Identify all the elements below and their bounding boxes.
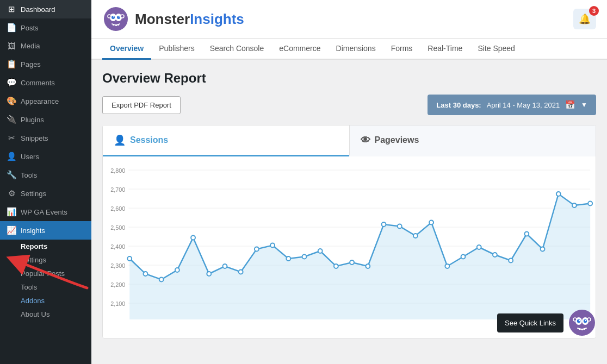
svg-point-56 [572,203,577,208]
sidebar-sub-addons[interactable]: Addons [0,294,91,307]
logo-insights-part: Insights [190,11,244,27]
svg-point-40 [318,249,323,253]
svg-point-54 [541,247,545,252]
svg-point-68 [573,318,577,321]
tab-overview[interactable]: Overview [102,39,151,60]
date-range-button[interactable]: Last 30 days: April 14 - May 13, 2021 📅 … [428,95,596,115]
sidebar-item-snippets[interactable]: ✂ Snippets [0,129,91,147]
svg-text:2,800: 2,800 [110,167,125,174]
svg-rect-7 [113,24,114,26]
svg-point-64 [585,320,586,321]
sidebar-item-dashboard[interactable]: ⊞ Dashboard [0,0,91,18]
posts-icon: 📄 [7,23,16,33]
sidebar-item-settings[interactable]: ⚙ Settings [0,184,91,203]
logo-area: MonsterInsights [102,5,244,33]
svg-point-51 [493,253,497,257]
content-area: Overview Report Export PDF Report Last 3… [91,60,607,349]
chevron-down-icon: ▼ [581,101,587,109]
svg-point-32 [191,236,195,240]
calendar-icon: 📅 [565,100,575,110]
svg-point-50 [477,245,481,249]
tab-dimensions[interactable]: Dimensions [329,39,383,60]
svg-point-61 [577,319,580,323]
svg-point-6 [119,16,120,17]
bell-icon: 🔔 [579,14,591,24]
sidebar-item-comments[interactable]: 💬 Comments [0,73,91,92]
sidebar-sub-reports[interactable]: Reports [0,240,91,253]
sessions-icon: 👤 [114,134,126,146]
export-pdf-button[interactable]: Export PDF Report [102,96,181,114]
svg-point-31 [175,268,179,272]
chart-tabs: 👤 Sessions 👁 Pageviews [103,125,596,156]
chart-container: 👤 Sessions 👁 Pageviews 2,800 2,700 2,600… [102,125,596,338]
svg-point-62 [584,319,587,323]
sidebar-item-posts[interactable]: 📄 Posts [0,18,91,37]
svg-point-46 [413,234,418,238]
svg-point-42 [350,260,354,265]
svg-point-4 [117,16,120,19]
logo-monster-part: Monster [135,11,190,27]
tab-forms[interactable]: Forms [383,39,420,60]
svg-rect-9 [117,24,119,26]
sidebar-sub-settings[interactable]: Settings [0,253,91,267]
sidebar-sub-tools[interactable]: Tools [0,280,91,294]
svg-point-58 [569,310,595,336]
svg-point-43 [366,264,370,268]
svg-point-35 [239,270,243,274]
sidebar-sub-popular-posts[interactable]: Popular Posts [0,267,91,280]
snippets-icon: ✂ [7,133,16,143]
svg-text:2,500: 2,500 [110,224,125,231]
svg-text:2,200: 2,200 [110,281,125,288]
wp-ga-events-icon: 📊 [7,207,16,217]
svg-point-44 [382,222,386,227]
svg-point-48 [445,264,449,268]
svg-point-55 [556,192,561,196]
appearance-icon: 🎨 [7,96,16,106]
tab-site-speed[interactable]: Site Speed [470,39,523,60]
sidebar-item-pages[interactable]: 📋 Pages [0,55,91,73]
monster-logo-icon [102,5,129,33]
svg-point-29 [144,272,148,276]
dashboard-icon: ⊞ [7,4,16,14]
chart-tab-pageviews[interactable]: 👁 Pageviews [349,125,596,156]
svg-point-39 [302,255,307,259]
header: MonsterInsights 🔔 3 [91,0,607,39]
tab-search-console[interactable]: Search Console [202,39,272,60]
sidebar-item-insights[interactable]: 📈 Insights [0,221,91,240]
svg-point-33 [207,272,211,276]
chart-tab-sessions[interactable]: 👤 Sessions [103,125,349,156]
svg-text:2,400: 2,400 [110,243,125,250]
svg-rect-65 [579,328,580,330]
tab-publishers[interactable]: Publishers [151,39,202,60]
media-icon: 🖼 [7,41,16,51]
svg-point-49 [461,255,466,259]
sidebar: ⊞ Dashboard 📄 Posts 🖼 Media 📋 Pages 💬 Co… [0,0,91,364]
tab-ecommerce[interactable]: eCommerce [271,39,328,60]
svg-point-10 [108,15,111,18]
tab-real-time[interactable]: Real-Time [420,39,470,60]
sidebar-item-wp-ga-events[interactable]: 📊 WP GA Events [0,203,91,221]
mascot-avatar [568,309,596,337]
svg-text:2,300: 2,300 [110,262,125,269]
plugins-icon: 🔌 [7,115,16,124]
svg-point-37 [270,243,275,248]
sidebar-item-tools[interactable]: 🔧 Tools [0,166,91,184]
svg-point-47 [429,221,433,225]
svg-rect-66 [581,329,583,330]
svg-text:2,600: 2,600 [110,205,125,212]
quick-links-button[interactable]: See Quick Links [497,313,563,332]
sidebar-item-users[interactable]: 👤 Users [0,147,91,166]
pageviews-icon: 👁 [361,135,370,146]
svg-point-5 [113,16,114,17]
sidebar-item-media[interactable]: 🖼 Media [0,37,91,55]
svg-text:2,700: 2,700 [110,186,125,193]
notifications-button[interactable]: 🔔 3 [573,9,596,29]
sidebar-item-plugins[interactable]: 🔌 Plugins [0,110,91,129]
svg-text:2,100: 2,100 [110,300,125,307]
sidebar-sub-about-us[interactable]: About Us [0,307,91,321]
sidebar-item-appearance[interactable]: 🎨 Appearance [0,92,91,110]
svg-rect-67 [584,328,585,330]
mascot-icon [568,309,596,337]
tools-icon: 🔧 [7,170,16,180]
svg-point-45 [398,224,402,229]
